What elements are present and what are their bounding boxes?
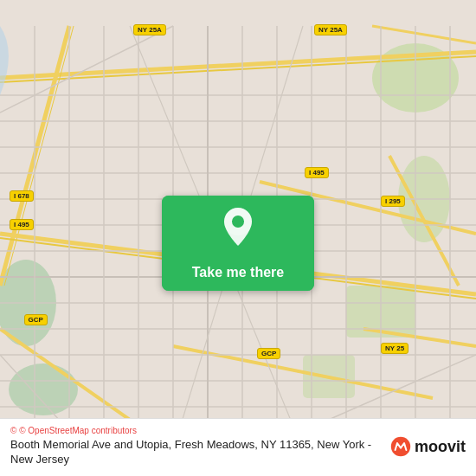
location-text: Booth Memorial Ave and Utopia, Fresh Mea… xyxy=(10,438,390,467)
osm-credit-text: © OpenStreetMap contributors xyxy=(19,426,137,435)
copyright-symbol: © xyxy=(10,426,16,435)
bottom-left: © © OpenStreetMap contributors Booth Mem… xyxy=(10,426,390,467)
button-label: Take me there xyxy=(162,258,314,291)
ny25a-label-1: NY 25A xyxy=(133,24,166,35)
i495-label-1: I 495 xyxy=(10,219,34,230)
i295-label: I 295 xyxy=(381,196,405,207)
moovit-logo: moovit xyxy=(390,436,466,457)
i678-label: I 678 xyxy=(10,190,34,202)
osm-credit: © © OpenStreetMap contributors xyxy=(10,426,390,435)
ny25-label: NY 25 xyxy=(381,343,408,354)
svg-point-52 xyxy=(232,215,244,228)
gcp-label-1: GCP xyxy=(24,314,48,325)
bottom-bar: © © OpenStreetMap contributors Booth Mem… xyxy=(0,418,476,476)
take-me-there-button[interactable]: Take me there xyxy=(162,196,314,291)
gcp-label-2: GCP xyxy=(257,348,280,359)
moovit-logo-text: moovit xyxy=(415,438,466,456)
ny25a-label-2: NY 25A xyxy=(314,24,347,35)
i495-label-3: I 495 xyxy=(305,167,329,178)
map-container: NY 25A NY 25A I 678 I 495 I 495 I 495 I … xyxy=(0,0,476,476)
svg-point-5 xyxy=(9,363,78,415)
